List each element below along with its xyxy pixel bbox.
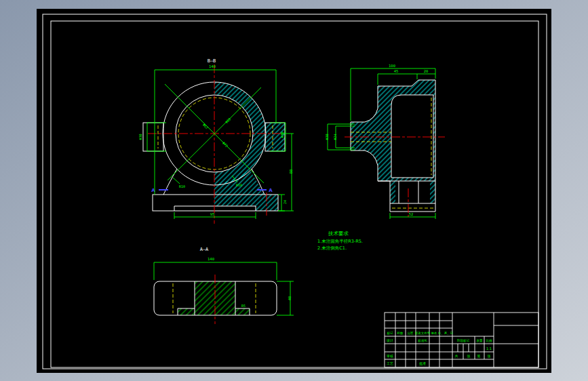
tb-signature: 签名 (431, 332, 437, 335)
tb-count: 处数 (397, 331, 404, 335)
front-section-label: B—B (208, 58, 216, 64)
dim-bottom-step: R5 (241, 304, 246, 308)
dim-side-seg1: 45 (394, 69, 399, 73)
dim-front-top: 140 (209, 64, 216, 68)
tb-mark: 标记 (387, 331, 394, 336)
tech-requirements-title: 技术要求 (328, 230, 349, 237)
tb-approve: 批准 (419, 361, 426, 366)
drawing-canvas: B—B (0, 0, 588, 381)
tb-stage-label: 阶段标记 (457, 338, 470, 343)
dim-total-height: 88 (289, 169, 293, 174)
tb-sheets-di: 第 (477, 354, 481, 358)
dim-boss-left: Φ30 (138, 134, 142, 140)
dim-trunnion-id: Φ24 (333, 134, 337, 140)
dim-side-total: 100 (389, 64, 395, 68)
tb-change-file: 更改文件号 (415, 331, 431, 335)
drawing-sheet (37, 9, 551, 373)
dim-side-seg2: 20 (424, 69, 429, 73)
dim-base-height: 24 (283, 200, 287, 204)
tb-process: 工艺 (387, 361, 393, 365)
cut-mark-a-right: A (269, 188, 273, 193)
dim-bottom-depth: 40 (288, 296, 292, 301)
tb-scale-value: 1:1 (486, 346, 492, 350)
tb-design: 设计 (386, 338, 393, 342)
tb-sheets-zhang2: 张 (488, 354, 491, 359)
dim-trunnion-od: Φ30 (325, 134, 329, 140)
dim-fillet-left: R10 (179, 184, 185, 188)
dim-base-width: 95 (210, 212, 215, 216)
tb-check: 审核 (387, 354, 393, 358)
tb-mass-label: 质量 (477, 339, 484, 342)
tech-requirements-line1: 1.未注圆角半径R3-R5. (317, 239, 363, 244)
dim-bottom-width: 140 (208, 257, 214, 261)
bottom-section-label: A—A (200, 247, 209, 252)
tb-sheets-zhang1: 张 (467, 354, 471, 359)
tb-standardization: 标准化 (417, 338, 427, 343)
tech-requirements-line2: 2.未注倒角C1. (317, 245, 347, 251)
cad-application-viewport: B—B (0, 0, 588, 381)
tb-date: 年、月、日 (438, 332, 454, 335)
dim-fillet-right: R10 (236, 183, 242, 187)
dim-flange-width: 52 (409, 212, 414, 216)
dim-boss-right: Φ30 (280, 132, 284, 138)
tb-sheets-gong: 共 (455, 354, 458, 358)
tb-zone: 分区 (408, 331, 414, 335)
